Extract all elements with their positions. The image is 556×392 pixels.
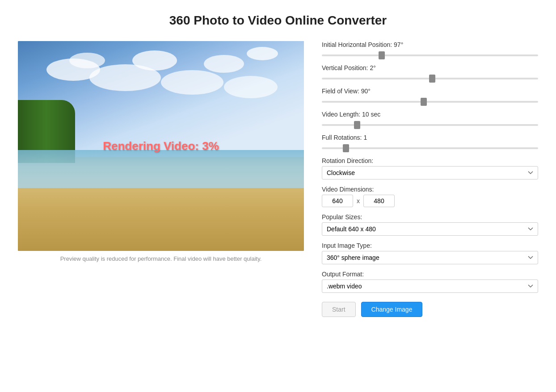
vertical-position-group: Vertical Position: 2° bbox=[322, 64, 538, 81]
full-rotations-group: Full Rotations: 1 bbox=[322, 134, 538, 151]
video-dimensions-label: Video Dimensions: bbox=[322, 186, 538, 193]
rotation-direction-group: Rotation Direction: Clockwise Counter-Cl… bbox=[322, 157, 538, 179]
output-format-label: Output Format: bbox=[322, 271, 538, 278]
start-button[interactable]: Start bbox=[322, 302, 356, 317]
output-format-group: Output Format: .webm video .mp4 video .g… bbox=[322, 271, 538, 293]
preview-section: Rendering Video: 3% Preview quality is r… bbox=[18, 41, 304, 262]
rotation-direction-label: Rotation Direction: bbox=[322, 157, 538, 164]
rendering-status: Rendering Video: 3% bbox=[103, 139, 219, 153]
field-of-view-group: Field of View: 90° bbox=[322, 88, 538, 104]
video-height-input[interactable] bbox=[363, 195, 395, 207]
full-rotations-label: Full Rotations: 1 bbox=[322, 134, 538, 141]
change-image-button[interactable]: Change Image bbox=[361, 302, 423, 317]
vertical-position-value: 2° bbox=[370, 64, 375, 71]
dimensions-separator: x bbox=[357, 197, 360, 204]
buttons-row: Start Change Image bbox=[322, 302, 538, 317]
page-title: 360 Photo to Video Online Converter bbox=[18, 13, 538, 28]
video-length-group: Video Length: 10 sec bbox=[322, 111, 538, 128]
rotation-direction-select[interactable]: Clockwise Counter-Clockwise bbox=[322, 166, 538, 179]
horizontal-position-value: 97° bbox=[394, 41, 403, 48]
input-image-type-group: Input Image Type: 360° sphere image 180°… bbox=[322, 242, 538, 264]
video-length-slider[interactable] bbox=[322, 124, 538, 126]
video-length-value: 10 sec bbox=[362, 111, 380, 118]
field-of-view-slider[interactable] bbox=[322, 101, 538, 103]
full-rotations-value: 1 bbox=[363, 134, 367, 141]
preview-canvas: Rendering Video: 3% bbox=[18, 41, 304, 251]
beach-background: Rendering Video: 3% bbox=[18, 41, 304, 251]
video-dimensions-group: Video Dimensions: x bbox=[322, 186, 538, 207]
full-rotations-slider[interactable] bbox=[322, 147, 538, 149]
video-width-input[interactable] bbox=[322, 195, 353, 207]
sand-layer bbox=[18, 188, 304, 251]
popular-sizes-select[interactable]: Default 640 x 480 1280 x 720 1920 x 1080… bbox=[322, 222, 538, 236]
vertical-position-label: Vertical Position: 2° bbox=[322, 64, 538, 71]
popular-sizes-label: Popular Sizes: bbox=[322, 213, 538, 221]
preview-caption: Preview quality is reduced for performan… bbox=[18, 255, 304, 262]
popular-sizes-group: Popular Sizes: Default 640 x 480 1280 x … bbox=[322, 213, 538, 236]
horizontal-position-group: Initial Horizontal Position: 97° bbox=[322, 41, 538, 58]
field-of-view-label: Field of View: 90° bbox=[322, 88, 538, 95]
video-length-label: Video Length: 10 sec bbox=[322, 111, 538, 118]
horizontal-position-label: Initial Horizontal Position: 97° bbox=[322, 41, 538, 48]
horizontal-position-slider[interactable] bbox=[322, 54, 538, 56]
field-of-view-value: 90° bbox=[361, 88, 371, 95]
input-image-type-label: Input Image Type: bbox=[322, 242, 538, 249]
input-image-type-select[interactable]: 360° sphere image 180° sphere image Cyli… bbox=[322, 251, 538, 264]
vertical-position-slider[interactable] bbox=[322, 78, 538, 79]
output-format-select[interactable]: .webm video .mp4 video .gif bbox=[322, 279, 538, 293]
controls-section: Initial Horizontal Position: 97° Vertica… bbox=[322, 41, 538, 317]
water-layer bbox=[18, 150, 304, 192]
dimensions-row: x bbox=[322, 195, 538, 207]
